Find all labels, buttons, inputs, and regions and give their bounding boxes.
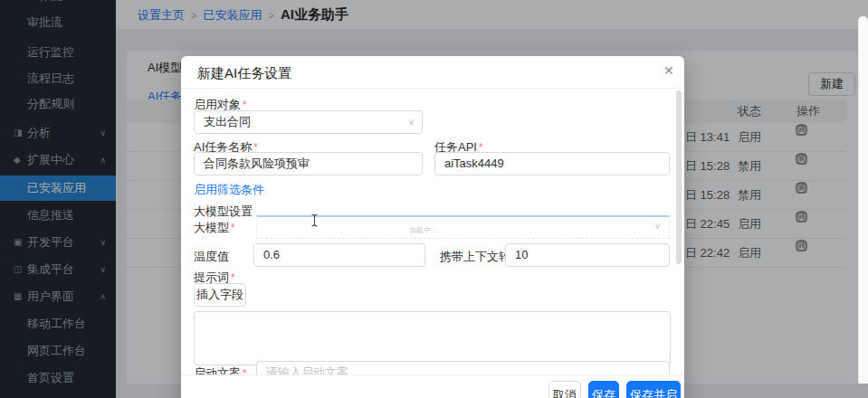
modal-header: 新建AI任务设置 ✕: [181, 56, 684, 89]
enable-filter-link[interactable]: 启用筛选条件: [194, 182, 264, 198]
app-window: 工作流 审批流 运行监控 流程日志 分配规则 ◨ 分析 ∨ ◆ 扩展中心 ∧ 已…: [0, 0, 868, 398]
cancel-button[interactable]: 取消: [548, 381, 581, 398]
prompt-textarea[interactable]: [194, 311, 671, 365]
text-cursor-icon: [310, 213, 319, 231]
task-api-input[interactable]: aiTask4449: [434, 152, 670, 175]
insert-field-button[interactable]: 插入字段: [194, 283, 246, 307]
page-scrollbar[interactable]: [858, 16, 868, 384]
enable-target-select[interactable]: 支出合同 ∨: [194, 110, 423, 134]
context-rounds-input[interactable]: 10: [505, 243, 670, 267]
model-loading-text: 加载中...: [409, 225, 437, 235]
task-name-input[interactable]: 合同条款风险项预审: [194, 152, 423, 175]
model-section-label: 大模型设置: [194, 204, 253, 220]
chevron-down-icon: ∨: [408, 111, 415, 133]
save-and-enable-button[interactable]: 保存并启用: [626, 381, 681, 398]
chevron-down-icon: ∨: [654, 221, 661, 231]
save-button[interactable]: 保存: [588, 381, 619, 398]
modal-body: 启用对象* 支出合同 ∨ AI任务名称* 任务API* 合同条款风险项预审 ai…: [181, 89, 684, 374]
temperature-label: 温度值: [194, 249, 229, 265]
modal-footer: 取消 保存 保存并启用: [181, 374, 684, 398]
new-ai-task-modal: 新建AI任务设置 ✕ 启用对象* 支出合同 ∨ AI任务名称* 任务API* 合…: [181, 56, 684, 398]
modal-scrollbar[interactable]: [676, 90, 682, 264]
close-icon[interactable]: ✕: [663, 63, 674, 78]
modal-title: 新建AI任务设置: [197, 65, 291, 82]
model-label: 大模型*: [194, 220, 235, 236]
temperature-input[interactable]: 0.6: [253, 243, 425, 267]
